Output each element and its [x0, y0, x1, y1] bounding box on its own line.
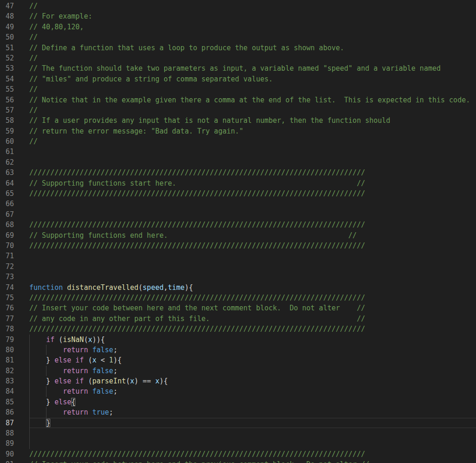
code-line[interactable]: 84 return false;: [0, 386, 476, 396]
code-line[interactable]: 89: [0, 438, 476, 449]
code-line[interactable]: 48// For example:: [0, 11, 476, 21]
code-line[interactable]: 53// The function should take two parame…: [0, 63, 476, 74]
line-number: 71: [0, 251, 14, 261]
code-text: // Insert your code between here and the…: [29, 459, 370, 463]
code-line[interactable]: 61: [0, 147, 476, 157]
code-segment: // any code in any other part of this fi…: [29, 315, 365, 323]
code-segment: ////////////////////////////////////////…: [29, 294, 365, 302]
code-segment: isNaN: [63, 336, 84, 344]
code-segment: // Supporting functions start here. //: [29, 179, 365, 188]
code-line[interactable]: 51// Define a function that uses a loop …: [0, 43, 476, 53]
code-text: // Supporting functions end here. //: [29, 230, 357, 241]
code-segment: ////////////////////////////////////////…: [29, 325, 365, 333]
code-line[interactable]: 90//////////////////////////////////////…: [0, 449, 476, 459]
code-segment: else: [54, 398, 71, 406]
code-segment: function: [29, 283, 63, 292]
line-number: 52: [0, 53, 14, 63]
line-number: 54: [0, 74, 14, 84]
code-line[interactable]: 62: [0, 157, 476, 168]
code-line[interactable]: 73: [0, 272, 476, 282]
line-number: 69: [0, 230, 14, 241]
code-text: // return the error message: "Bad data. …: [29, 126, 244, 136]
code-line[interactable]: 87 }: [0, 418, 476, 428]
code-line[interactable]: 67: [0, 209, 476, 220]
code-text: //: [29, 1, 38, 11]
code-segment: false: [92, 387, 113, 396]
code-line[interactable]: 72: [0, 262, 476, 272]
code-text: // The function should take two paramete…: [29, 63, 441, 74]
code-line[interactable]: 52//: [0, 53, 476, 63]
code-line[interactable]: 66: [0, 199, 476, 209]
code-line[interactable]: 85 } else{: [0, 397, 476, 407]
code-segment: x: [155, 377, 159, 385]
code-line[interactable]: 74function distanceTravelled(speed,time)…: [0, 282, 476, 293]
code-segment: return: [63, 408, 88, 416]
code-line[interactable]: 64// Supporting functions start here. //: [0, 178, 476, 188]
code-line[interactable]: 57//: [0, 105, 476, 115]
code-line[interactable]: 76// Insert your code between here and t…: [0, 303, 476, 313]
code-segment: //: [29, 85, 38, 94]
code-segment: (: [84, 377, 92, 385]
code-line[interactable]: 86 return true;: [0, 407, 476, 417]
line-number: 88: [0, 428, 14, 438]
code-line[interactable]: 70//////////////////////////////////////…: [0, 241, 476, 251]
code-line[interactable]: 47//: [0, 1, 476, 11]
code-text: } else if (x < 1){: [29, 355, 122, 365]
code-segment: [29, 367, 63, 375]
code-line[interactable]: 49// 40,80,120,: [0, 22, 476, 32]
code-line[interactable]: 71: [0, 251, 476, 261]
code-line[interactable]: 91// Insert your code between here and t…: [0, 459, 476, 463]
line-number: 80: [0, 345, 14, 355]
code-line[interactable]: 69// Supporting functions end here. //: [0, 230, 476, 241]
code-text: // Notice that in the example given ther…: [29, 95, 470, 105]
code-segment: // Insert your code between here and the…: [29, 460, 370, 463]
line-number: 83: [0, 376, 14, 386]
code-line[interactable]: 75//////////////////////////////////////…: [0, 293, 476, 303]
code-editor[interactable]: 47//48// For example:49// 40,80,120,50//…: [0, 0, 476, 463]
code-segment: (: [54, 336, 63, 344]
code-segment: // Supporting functions end here. //: [29, 231, 357, 240]
code-line[interactable]: 82 return false;: [0, 366, 476, 376]
bracket-match: }: [46, 419, 50, 427]
code-line[interactable]: 83 } else if (parseInt(x) == x){: [0, 376, 476, 386]
line-number: 64: [0, 178, 14, 188]
line-number: 90: [0, 449, 14, 459]
code-text: if (isNaN(x)){: [29, 335, 105, 345]
code-line[interactable]: 59// return the error message: "Bad data…: [0, 126, 476, 136]
code-line[interactable]: 50//: [0, 32, 476, 42]
code-line[interactable]: 65//////////////////////////////////////…: [0, 188, 476, 199]
code-line[interactable]: 58// If a user provides any input that i…: [0, 115, 476, 126]
line-number: 86: [0, 407, 14, 417]
code-segment: false: [92, 346, 113, 354]
line-number: 75: [0, 293, 14, 303]
code-line[interactable]: 63//////////////////////////////////////…: [0, 168, 476, 178]
line-number: 84: [0, 386, 14, 396]
code-line[interactable]: 88: [0, 428, 476, 438]
code-line[interactable]: 54// "miles" and produce a string of com…: [0, 74, 476, 84]
code-line[interactable]: 81 } else if (x < 1){: [0, 355, 476, 365]
line-number: 51: [0, 43, 14, 53]
code-line[interactable]: 77// any code in any other part of this …: [0, 314, 476, 324]
code-text: return false;: [29, 366, 118, 376]
line-number: 70: [0, 241, 14, 251]
code-line[interactable]: 56// Notice that in the example given th…: [0, 95, 476, 105]
code-text: // "miles" and produce a string of comma…: [29, 74, 273, 84]
code-line[interactable]: 79 if (isNaN(x)){: [0, 335, 476, 345]
code-line[interactable]: 78//////////////////////////////////////…: [0, 324, 476, 334]
code-segment: // Insert your code between here and the…: [29, 304, 365, 312]
indent-guide: [29, 438, 30, 449]
code-segment: // Notice that in the example given ther…: [29, 96, 470, 104]
code-text: //: [29, 32, 38, 42]
code-segment: //: [29, 2, 38, 10]
code-text: // Supporting functions start here. //: [29, 178, 365, 188]
code-text: // Define a function that uses a loop to…: [29, 43, 344, 53]
bracket-match: {: [71, 398, 75, 406]
code-segment: ;: [113, 346, 118, 354]
code-line[interactable]: 80 return false;: [0, 345, 476, 355]
line-number: 77: [0, 314, 14, 324]
code-segment: if: [46, 336, 54, 344]
code-line[interactable]: 55//: [0, 84, 476, 94]
code-line[interactable]: 68//////////////////////////////////////…: [0, 220, 476, 230]
code-line[interactable]: 60//: [0, 136, 476, 147]
code-segment: return: [63, 367, 88, 375]
